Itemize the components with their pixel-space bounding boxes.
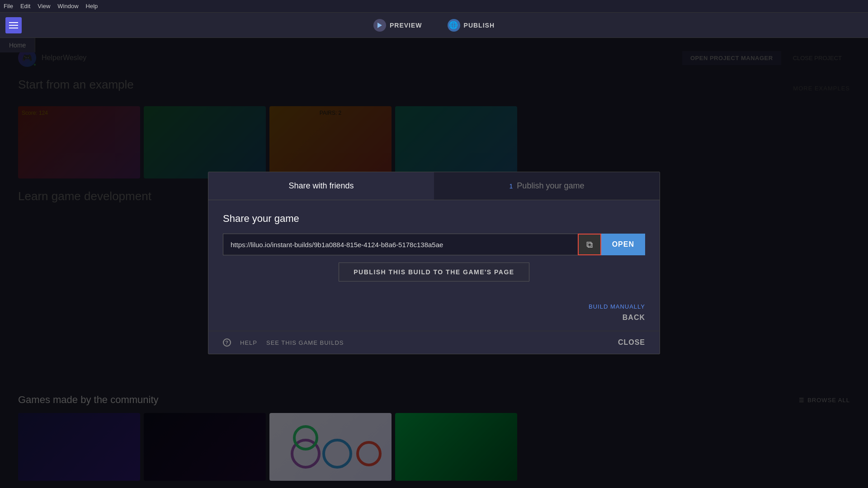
tab-publish-number: 1 — [509, 183, 513, 190]
modal-bottom-left: ? HELP SEE THIS GAME BUILDS — [223, 338, 344, 347]
menu-file[interactable]: File — [4, 3, 13, 9]
modal-section-title: Share your game — [223, 213, 645, 225]
open-url-button[interactable]: OPEN — [601, 234, 645, 255]
copy-url-button[interactable]: ⧉ — [578, 234, 601, 255]
share-publish-modal: Share with friends 1 Publish your game S… — [208, 172, 660, 354]
see-game-builds-link[interactable]: SEE THIS GAME BUILDS — [266, 339, 344, 346]
tab-share-label: Share with friends — [288, 181, 354, 190]
toolbar: PREVIEW PUBLISH — [0, 13, 868, 38]
tab-publish-your-game[interactable]: 1 Publish your game — [434, 172, 660, 200]
publish-button[interactable]: PUBLISH — [440, 16, 502, 34]
publish-build-button[interactable]: PUBLISH THIS BUILD TO THE GAME'S PAGE — [339, 263, 529, 282]
game-url-input[interactable] — [223, 234, 578, 255]
toolbar-center: PREVIEW PUBLISH — [366, 16, 502, 34]
copy-icon: ⧉ — [586, 239, 593, 250]
tab-share-with-friends[interactable]: Share with friends — [208, 172, 434, 200]
menu-edit[interactable]: Edit — [20, 3, 30, 9]
help-icon: ? — [223, 338, 231, 347]
modal-bottom-bar: ? HELP SEE THIS GAME BUILDS CLOSE — [208, 331, 660, 354]
close-button[interactable]: CLOSE — [618, 338, 645, 347]
help-link[interactable]: HELP — [240, 339, 257, 346]
preview-button[interactable]: PREVIEW — [366, 16, 429, 34]
menu-view[interactable]: View — [38, 3, 50, 9]
url-row: ⧉ OPEN — [223, 234, 645, 255]
modal-tabs: Share with friends 1 Publish your game — [208, 172, 660, 200]
modal-footer: BACK — [208, 314, 660, 331]
publish-label: PUBLISH — [464, 22, 495, 29]
publish-icon — [448, 19, 460, 32]
build-manually-link[interactable]: BUILD MANUALLY — [208, 303, 660, 314]
toolbar-left — [5, 17, 22, 33]
preview-label: PREVIEW — [390, 22, 422, 29]
tab-publish-label: Publish your game — [517, 181, 584, 190]
menu-window[interactable]: Window — [57, 3, 78, 9]
main-content: 🎮 HelperWesley OPEN PROJECT MANAGER CLOS… — [0, 38, 868, 488]
menubar: File Edit View Window Help — [0, 0, 868, 13]
preview-icon — [373, 19, 386, 32]
menu-help[interactable]: Help — [86, 3, 98, 9]
modal-body: Share your game ⧉ OPEN PUBLISH THIS BUIL… — [208, 200, 660, 303]
hamburger-menu[interactable] — [5, 17, 22, 33]
back-button[interactable]: BACK — [623, 314, 645, 322]
